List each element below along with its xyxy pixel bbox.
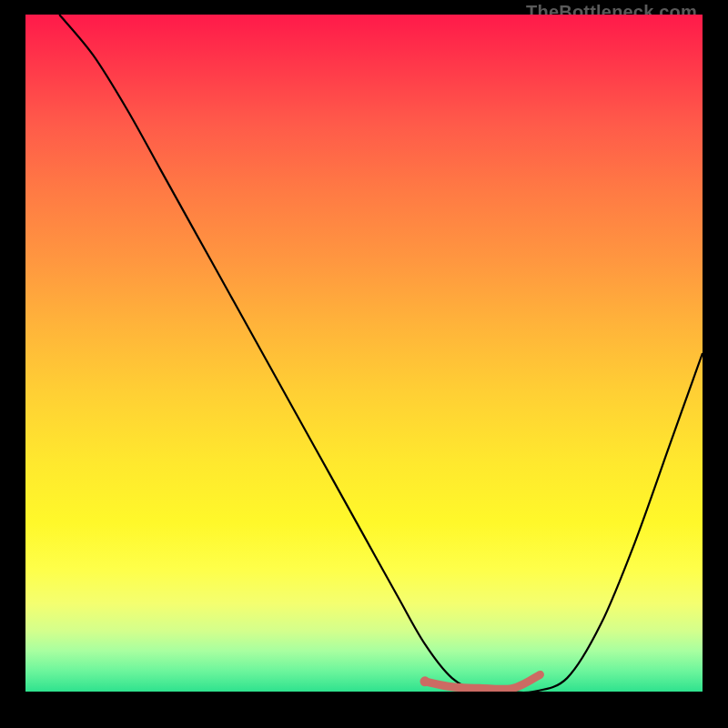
optimal-start-dot (420, 676, 430, 686)
plot-area (25, 15, 703, 692)
optimal-range-marker (425, 674, 540, 689)
chart-svg (25, 15, 703, 692)
chart-frame: TheBottleneck.com (0, 0, 728, 728)
bottleneck-curve (59, 15, 703, 692)
